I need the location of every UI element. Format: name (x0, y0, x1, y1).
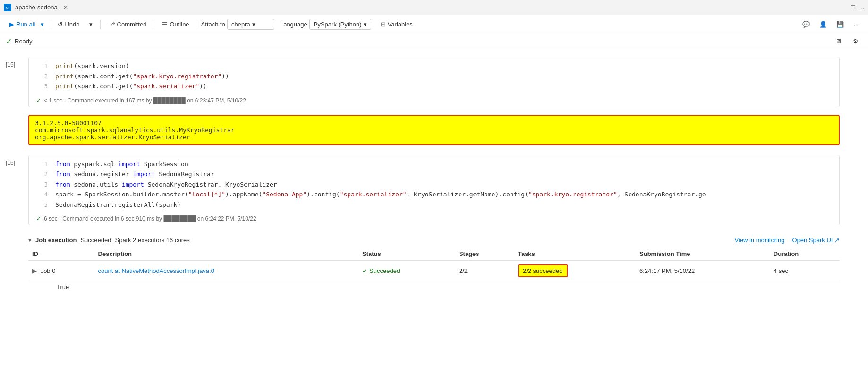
job-tasks-cell: 2/2 succeeded (514, 261, 636, 281)
chevron-down-icon-lang: ▾ (364, 21, 367, 28)
check-icon-1: ✓ (36, 97, 41, 104)
table-row: ▶ Job 0 count at NativeMethodAccessorImp… (28, 261, 840, 281)
monitor-button[interactable]: 🖥 (832, 36, 845, 47)
col-header-status: Status (358, 247, 455, 261)
cell-1-number: [15] (6, 61, 15, 68)
code-line-2-3: 3 from sedona.utils import SedonaKryoReg… (29, 179, 839, 190)
language-select[interactable]: PySpark (Python) ▾ (309, 19, 371, 30)
branch-icon: ⎇ (108, 21, 115, 28)
cell-2-code-block: 1 from pyspark.sql import SparkSession 2… (28, 155, 840, 226)
job-status-text: Succeeded (80, 237, 111, 244)
code-line-2-2: 2 from sedona.register import SedonaRegi… (29, 169, 839, 179)
job-description-cell: count at NativeMethodAccessorImpl.java:0 (94, 261, 359, 281)
outline-button[interactable]: ☰ Outline (158, 19, 193, 30)
code-line-2-4: 4 spark = SparkSession.builder.master("l… (29, 189, 839, 200)
output-box-1: 3.1.2.5.0-58001107 com.microsoft.spark.s… (28, 115, 840, 145)
code-line-1-1: 1 print(spark.version) (29, 61, 839, 71)
undo-dropdown-button[interactable]: ▾ (85, 19, 96, 30)
job-id-value: Job 0 (41, 267, 56, 274)
cell-2-exec-text: 6 sec - Command executed in 6 sec 910 ms… (44, 215, 256, 222)
job-execution-label: Job execution (35, 237, 77, 244)
undo-button[interactable]: ↺ Undo (54, 19, 83, 30)
code-line-1-2: 2 print(spark.conf.get("spark.kryo.regis… (29, 71, 839, 82)
cell-1-code-block: 1 print(spark.version) 2 print(spark.con… (28, 57, 840, 107)
more-options-button[interactable]: ··· (850, 19, 862, 30)
cell-2-code-area: 1 from pyspark.sql import SparkSession 2… (29, 155, 839, 214)
run-all-group: ▶ Run all ▾ (6, 19, 46, 30)
ready-icon: ✓ (6, 37, 12, 46)
job-table: ID Description Status Stages Tasks Submi… (28, 247, 840, 281)
play-icon: ▶ (9, 21, 14, 28)
ready-label: Ready (15, 38, 33, 45)
job-status-value: Succeeded (369, 267, 400, 274)
restore-button[interactable]: ❐ (851, 4, 856, 11)
job-submission-time-cell: 6:24:17 PM, 5/10/22 (636, 261, 770, 281)
col-header-duration: Duration (770, 247, 840, 261)
divider-2 (100, 20, 101, 29)
code-line-2-1: 1 from pyspark.sql import SparkSession (29, 159, 839, 170)
toolbar-right: 💬 👤 💾 ··· (799, 19, 862, 30)
cell-2: [16] 1 from pyspark.sql import SparkSess… (0, 155, 868, 226)
output-line-2: com.microsoft.spark.sqlanalytics.utils.M… (35, 127, 833, 134)
job-section: ▾ Job execution Succeeded Spark 2 execut… (28, 233, 840, 296)
cell-1-code-area: 1 print(spark.version) 2 print(spark.con… (29, 57, 839, 95)
cell-2-exec-info: ✓ 6 sec - Command executed in 6 sec 910 … (29, 213, 839, 225)
person-button[interactable]: 👤 (816, 19, 831, 30)
job-header-right: View in monitoring Open Spark UI ↗ (734, 237, 840, 244)
comment-button[interactable]: 💬 (799, 19, 814, 30)
col-header-description: Description (94, 247, 359, 261)
committed-button[interactable]: ⎇ Committed (104, 19, 151, 30)
job-stages-cell: 2/2 (455, 261, 514, 281)
row-expand-icon[interactable]: ▶ (32, 267, 37, 274)
title-bar-actions: ❐ ... (851, 4, 864, 11)
success-icon: ✓ (362, 267, 367, 274)
undo-icon: ↺ (58, 21, 63, 28)
title-bar: N apache-sedona ✕ ❐ ... (0, 0, 868, 15)
variables-button[interactable]: ⊞ Variables (377, 19, 417, 30)
job-collapse-icon[interactable]: ▾ (28, 237, 32, 244)
language-value: PySpark (Python) (314, 21, 362, 28)
view-monitoring-link[interactable]: View in monitoring (734, 237, 784, 244)
col-header-submission-time: Submission Time (636, 247, 770, 261)
attach-select[interactable]: chepra ▾ (227, 19, 274, 30)
comment-icon: 💬 (802, 21, 810, 28)
divider-4 (197, 20, 197, 29)
status-settings: 🖥 ⚙ (832, 36, 862, 47)
job-header: ▾ Job execution Succeeded Spark 2 execut… (28, 237, 840, 244)
run-all-button[interactable]: ▶ Run all (6, 19, 39, 30)
person-icon: 👤 (819, 21, 827, 28)
more-button[interactable]: ... (859, 4, 864, 11)
chevron-down-icon: ▾ (252, 21, 255, 28)
notebook-title: apache-sedona (15, 4, 58, 11)
run-all-dropdown-button[interactable]: ▾ (39, 19, 46, 30)
language-group: Language PySpark (Python) ▾ (280, 19, 371, 30)
open-spark-ui-link[interactable]: Open Spark UI ↗ (792, 237, 840, 244)
settings-icon: ⚙ (853, 38, 859, 45)
divider-3 (154, 20, 154, 29)
save-button[interactable]: 💾 (833, 19, 848, 30)
job-duration-cell: 4 sec (770, 261, 840, 281)
job-status-cell: ✓ Succeeded (358, 261, 455, 281)
code-line-1-3: 3 print(spark.conf.get("spark.serializer… (29, 81, 839, 92)
job-table-header-row: ID Description Status Stages Tasks Submi… (28, 247, 840, 261)
col-header-id: ID (28, 247, 94, 261)
attach-label: Attach to (201, 21, 225, 28)
attach-group: Attach to chepra ▾ (201, 19, 274, 30)
cell-2-number: [16] (6, 160, 15, 166)
col-header-stages: Stages (455, 247, 514, 261)
bottom-output-text: True (57, 283, 811, 290)
variables-icon: ⊞ (381, 21, 386, 28)
ellipsis-icon: ··· (853, 21, 859, 28)
col-header-tasks: Tasks (514, 247, 636, 261)
settings-button[interactable]: ⚙ (849, 36, 862, 47)
job-id-cell: ▶ Job 0 (28, 261, 94, 281)
outline-icon: ☰ (162, 21, 168, 28)
app-icon: N (4, 4, 11, 11)
output-line-3: org.apache.spark.serializer.KryoSerializ… (35, 134, 833, 141)
save-icon: 💾 (836, 21, 844, 28)
code-line-2-5: 5 SedonaRegistrar.registerAll(spark) (29, 200, 839, 210)
tab-close-button[interactable]: ✕ (63, 4, 68, 11)
cell-1-exec-text: < 1 sec - Command executed in 167 ms by … (44, 97, 246, 104)
output-line-1: 3.1.2.5.0-58001107 (35, 119, 833, 127)
job-description-link[interactable]: count at NativeMethodAccessorImpl.java:0 (98, 267, 214, 274)
